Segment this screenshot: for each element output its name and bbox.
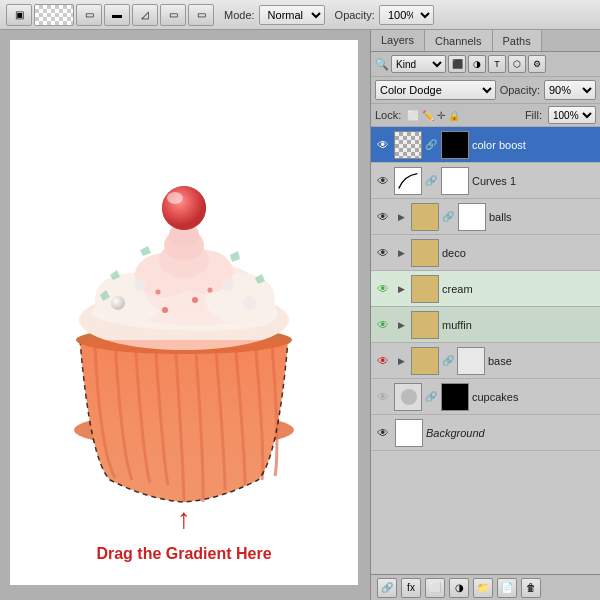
svg-point-18 [134, 279, 146, 291]
filter-smart-btn[interactable]: ⚙ [528, 55, 546, 73]
lock-icons-group: ⬜ ✏️ ✛ 🔒 [407, 110, 460, 121]
filter-adj-btn[interactable]: ◑ [468, 55, 486, 73]
lock-fill-row: Lock: ⬜ ✏️ ✛ 🔒 Fill: 100% [371, 104, 600, 127]
delete-layer-btn[interactable]: 🗑 [521, 578, 541, 598]
layer-row-cream[interactable]: 👁 ▶ cream [371, 271, 600, 307]
add-group-btn[interactable]: 📁 [473, 578, 493, 598]
expand-cream[interactable]: ▶ [394, 282, 408, 296]
style-btn2[interactable]: ▬ [104, 4, 130, 26]
style-btn4[interactable]: ▭ [160, 4, 186, 26]
layer-thumb-curves1 [394, 167, 422, 195]
gradient-preview [34, 4, 74, 26]
layer-row-curves1[interactable]: 👁 🔗 Curves 1 [371, 163, 600, 199]
add-adjustment-btn[interactable]: ◑ [449, 578, 469, 598]
svg-point-17 [243, 296, 257, 310]
add-style-btn[interactable]: fx [401, 578, 421, 598]
layer-row-deco[interactable]: 👁 ▶ deco [371, 235, 600, 271]
opacity-label: Opacity: [335, 9, 375, 21]
tab-channels[interactable]: Channels [425, 30, 492, 51]
svg-point-16 [111, 296, 125, 310]
filter-pixel-btn[interactable]: ⬛ [448, 55, 466, 73]
canvas-area: ↑ Drag the Gradient Here [0, 30, 370, 600]
drag-arrow: ↑ [177, 503, 191, 535]
tab-layers[interactable]: Layers [371, 30, 425, 51]
layer-row-balls[interactable]: 👁 ▶ 🔗 balls [371, 199, 600, 235]
svg-point-20 [192, 297, 198, 303]
layer-row-color-boost[interactable]: 👁 🔗 color boost [371, 127, 600, 163]
lock-move-btn[interactable]: ✛ [437, 110, 445, 121]
add-layer-btn[interactable]: 📄 [497, 578, 517, 598]
layer-thumb-background [395, 419, 423, 447]
search-icon: 🔍 [375, 58, 389, 71]
mode-label: Mode: [224, 9, 255, 21]
layer-name-deco: deco [442, 247, 596, 259]
fill-label: Fill: [525, 109, 542, 121]
layer-thumb-color-boost [394, 131, 422, 159]
eye-icon-background[interactable]: 👁 [375, 425, 391, 441]
link-layers-btn[interactable]: 🔗 [377, 578, 397, 598]
layer-name-color-boost: color boost [472, 139, 596, 151]
canvas-bg: ↑ Drag the Gradient Here [10, 40, 358, 585]
expand-muffin[interactable]: ▶ [394, 318, 408, 332]
layer-search-row: 🔍 Kind ⬛ ◑ T ⬡ ⚙ [371, 52, 600, 77]
mode-select[interactable]: Normal [259, 5, 325, 25]
eye-icon-muffin[interactable]: 👁 [375, 317, 391, 333]
layers-list: 👁 🔗 color boost 👁 🔗 [371, 127, 600, 574]
lock-all-btn[interactable]: 🔒 [448, 110, 460, 121]
opacity-select[interactable]: 100% [379, 5, 434, 25]
layer-thumb-cupcakes [394, 383, 422, 411]
eye-icon-curves1[interactable]: 👁 [375, 173, 391, 189]
expand-base[interactable]: ▶ [394, 354, 408, 368]
chain-icon-base: 🔗 [442, 355, 454, 366]
layer-row-base[interactable]: 👁 ▶ 🔗 base [371, 343, 600, 379]
chain-icon-curves1: 🔗 [425, 175, 437, 186]
layer-name-base: base [488, 355, 596, 367]
lock-position-btn[interactable]: ✏️ [422, 110, 434, 121]
lock-pixels-btn[interactable]: ⬜ [407, 110, 419, 121]
eye-icon-balls[interactable]: 👁 [375, 209, 391, 225]
eye-icon-base[interactable]: 👁 [375, 353, 391, 369]
kind-select[interactable]: Kind [391, 55, 446, 73]
layer-thumb-muffin [411, 311, 439, 339]
chain-icon-color-boost: 🔗 [425, 139, 437, 150]
chain-icon-balls: 🔗 [442, 211, 454, 222]
layer-mask-base [457, 347, 485, 375]
svg-point-23 [156, 290, 161, 295]
layer-mask-curves1 [441, 167, 469, 195]
fill-select[interactable]: 100% [548, 106, 596, 124]
marquee-tool-btn[interactable]: ▣ [6, 4, 32, 26]
layer-row-background[interactable]: 👁 Background [371, 415, 600, 451]
lock-label: Lock: [375, 109, 401, 121]
blend-opacity-select[interactable]: 90% [544, 80, 596, 100]
layer-row-cupcakes[interactable]: 👁 🔗 cupcakes [371, 379, 600, 415]
top-toolbar: ▣ ▭ ▬ ◿ ▭ ▭ Mode: Normal Opacity: 100% [0, 0, 600, 30]
drag-instruction-text: Drag the Gradient Here [96, 545, 271, 563]
svg-rect-24 [395, 168, 421, 194]
layers-panel: Layers Channels Paths 🔍 Kind ⬛ ◑ T ⬡ ⚙ C… [370, 30, 600, 600]
layer-name-muffin: muffin [442, 319, 596, 331]
layer-mask-cupcakes [441, 383, 469, 411]
eye-icon-color-boost[interactable]: 👁 [375, 137, 391, 153]
eye-icon-deco[interactable]: 👁 [375, 245, 391, 261]
tab-paths[interactable]: Paths [493, 30, 542, 51]
layer-row-muffin[interactable]: 👁 ▶ muffin [371, 307, 600, 343]
panel-tabs: Layers Channels Paths [371, 30, 600, 52]
layer-mask-color-boost [441, 131, 469, 159]
curves-thumb-svg [395, 167, 421, 195]
blend-mode-select[interactable]: Color Dodge [375, 80, 496, 100]
expand-deco[interactable]: ▶ [394, 246, 408, 260]
add-mask-btn[interactable]: ⬜ [425, 578, 445, 598]
main-area: ↑ Drag the Gradient Here Layers Channels… [0, 30, 600, 600]
eye-icon-cream[interactable]: 👁 [375, 281, 391, 297]
eye-icon-cupcakes[interactable]: 👁 [375, 389, 391, 405]
filter-shape-btn[interactable]: ⬡ [508, 55, 526, 73]
filter-type-btn[interactable]: T [488, 55, 506, 73]
style-btn1[interactable]: ▭ [76, 4, 102, 26]
style-btn5[interactable]: ▭ [188, 4, 214, 26]
cupcake-svg [10, 40, 358, 530]
svg-point-14 [167, 192, 183, 204]
chain-icon-cupcakes: 🔗 [425, 391, 437, 402]
layer-name-balls: balls [489, 211, 596, 223]
expand-balls[interactable]: ▶ [394, 210, 408, 224]
style-btn3[interactable]: ◿ [132, 4, 158, 26]
